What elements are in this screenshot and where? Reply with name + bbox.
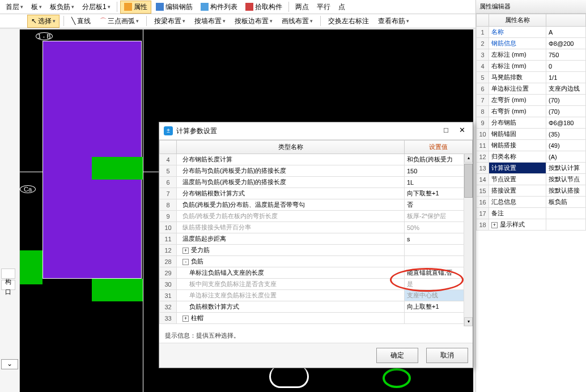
param-row[interactable]: 32 负筋根数计算方式向上取整+1 xyxy=(160,301,473,313)
parallel-button[interactable]: 平行 xyxy=(313,1,334,13)
prop-row[interactable]: 17备注 xyxy=(477,208,586,219)
param-row[interactable]: 6 温度筋与负筋(跨板受力筋)的搭接长度1L xyxy=(160,177,473,188)
prop-row[interactable]: 5马凳筋排数1/1 xyxy=(477,72,586,83)
view-button[interactable]: 查看布筋 xyxy=(375,15,413,27)
prop-value[interactable]: (70) xyxy=(546,95,586,106)
prop-row[interactable]: 12归类名称(A) xyxy=(477,151,586,163)
by-edge-button[interactable]: 按板边布置 xyxy=(231,15,276,27)
param-value[interactable]: 50% xyxy=(405,222,473,233)
floor-dropdown[interactable]: 首层 xyxy=(2,1,27,13)
prop-value[interactable]: 1/1 xyxy=(546,72,586,83)
param-value[interactable]: 和负筋(跨板受力 xyxy=(405,154,473,165)
prop-value[interactable]: (70) xyxy=(546,106,586,117)
param-row[interactable]: 8 负筋(跨板受力筋)分布筋、温度筋是否带弯勾否 xyxy=(160,199,473,211)
cancel-button[interactable]: 取消 xyxy=(426,348,468,363)
prop-value[interactable] xyxy=(546,208,586,219)
edit-rebar-button[interactable]: 编辑钢筋 xyxy=(152,1,196,13)
param-value[interactable]: s xyxy=(405,233,473,245)
prop-value[interactable]: A xyxy=(546,27,586,38)
close-button[interactable]: ✕ xyxy=(456,126,468,136)
sidebar-tab-2[interactable]: 口 xyxy=(1,280,15,290)
prop-row[interactable]: 9分布钢筋Φ6@180 xyxy=(477,117,586,129)
prop-row[interactable]: 10钢筋锚固(35) xyxy=(477,129,586,140)
param-row[interactable]: 5 分布筋与负筋(跨板受力筋)的搭接长度150 xyxy=(160,165,473,177)
select-button[interactable]: ↖选择 xyxy=(27,15,60,28)
prop-value[interactable]: (35) xyxy=(546,129,586,140)
dialog-scrollbar[interactable]: ▴ ▾ xyxy=(464,154,473,326)
prop-row[interactable]: 1名称A xyxy=(477,27,586,38)
prop-row[interactable]: 4右标注 (mm)0 xyxy=(477,61,586,72)
prop-value[interactable]: 750 xyxy=(546,49,586,61)
prop-row[interactable]: 11钢筋搭接(49) xyxy=(477,140,586,151)
prop-value[interactable] xyxy=(546,219,586,231)
prop-row[interactable]: 15搭接设置按默认搭接 xyxy=(477,185,586,197)
arc-button[interactable]: ⌒三点画弧 xyxy=(96,15,142,27)
board-dropdown[interactable]: 板 xyxy=(28,1,45,13)
neg-dropdown[interactable]: 板负筋 xyxy=(46,1,78,13)
pick-button[interactable]: 拾取构件 xyxy=(242,1,286,13)
param-value[interactable] xyxy=(405,313,473,324)
attr-button[interactable]: 属性 xyxy=(120,1,151,14)
scroll-down-button[interactable]: ▾ xyxy=(464,317,473,326)
param-value[interactable]: 1L xyxy=(405,177,473,188)
prop-row[interactable]: 16汇总信息板负筋 xyxy=(477,197,586,208)
prop-value[interactable]: (A) xyxy=(546,151,586,163)
param-row[interactable]: 9 负筋/跨板受力筋在板内的弯折长度板厚-2*保护层 xyxy=(160,211,473,222)
param-value[interactable]: 板厚-2*保护层 xyxy=(405,211,473,222)
param-row[interactable]: 11 温度筋起步距离s xyxy=(160,233,473,245)
point-button[interactable]: 点 xyxy=(335,1,349,13)
dialog-titlebar[interactable]: ± 计算参数设置 □ ✕ xyxy=(159,122,473,140)
param-row[interactable]: 28 -负筋 xyxy=(160,256,473,267)
param-value[interactable]: 150 xyxy=(405,165,473,177)
prop-row[interactable]: 7左弯折 (mm)(70) xyxy=(477,95,586,106)
by-beam-button[interactable]: 按梁布置 xyxy=(151,15,189,27)
column-3[interactable] xyxy=(92,279,143,301)
prop-value[interactable]: 板负筋 xyxy=(546,197,586,208)
component-list-button[interactable]: 构件列表 xyxy=(197,1,241,13)
prop-row[interactable]: 6单边标注位置支座内边线 xyxy=(477,83,586,95)
swap-button[interactable]: 交换左右标注 xyxy=(325,15,372,27)
sidebar-tab-1[interactable]: 构 xyxy=(1,269,15,279)
prop-value[interactable]: Φ6@180 xyxy=(546,117,586,129)
prop-row[interactable]: 3左标注 (mm)750 xyxy=(477,49,586,61)
prop-value[interactable]: (49) xyxy=(546,140,586,151)
param-row[interactable]: 30 板中间支座负筋标注是否含支座是 xyxy=(160,279,473,290)
by-wall-button[interactable]: 按墙布置 xyxy=(191,15,229,27)
param-row[interactable]: 31 单边标注支座负筋标注长度位置支座中心线 xyxy=(160,290,473,301)
scroll-up-button[interactable]: ▴ xyxy=(464,154,473,163)
param-row[interactable]: 4 分布钢筋长度计算和负筋(跨板受力 xyxy=(160,154,473,165)
layer-dropdown[interactable]: 分层板1 xyxy=(79,1,114,13)
prop-row[interactable]: 13计算设置按默认计算 xyxy=(477,163,586,174)
column-1[interactable] xyxy=(92,157,143,180)
param-row[interactable]: 7 分布钢筋根数计算方式向下取整+1 xyxy=(160,188,473,199)
param-value[interactable]: 向下取整+1 xyxy=(405,188,473,199)
prop-row[interactable]: 8右弯折 (mm)(70) xyxy=(477,106,586,117)
param-value[interactable] xyxy=(405,245,473,256)
param-row[interactable]: 10 纵筋搭接接头错开百分率50% xyxy=(160,222,473,233)
param-value[interactable]: 支座中心线 xyxy=(405,290,473,301)
scroll-thumb[interactable] xyxy=(464,164,473,198)
prop-value[interactable]: 支座内边线 xyxy=(546,83,586,95)
collapse-button[interactable]: ⌄ xyxy=(1,359,18,369)
param-value[interactable]: 是 xyxy=(405,279,473,290)
ok-button[interactable]: 确定 xyxy=(376,348,418,363)
two-point-button[interactable]: 两点 xyxy=(292,1,312,13)
param-value[interactable]: 否 xyxy=(405,199,473,211)
param-value[interactable]: 能直锚就直锚,否 xyxy=(405,267,473,279)
param-value[interactable]: 向上取整+1 xyxy=(405,301,473,313)
param-row[interactable]: 33 +柱帽 xyxy=(160,313,473,324)
column-2[interactable] xyxy=(20,250,43,284)
draw-line-button[interactable]: 画线布置 xyxy=(278,15,316,27)
prop-value[interactable]: 0 xyxy=(546,61,586,72)
prop-row[interactable]: 18+显示样式 xyxy=(477,219,586,231)
maximize-button[interactable]: □ xyxy=(440,126,452,136)
prop-value[interactable]: 按默认计算 xyxy=(546,163,586,174)
param-row[interactable]: 12 +受力筋 xyxy=(160,245,473,256)
param-row[interactable]: 29 单标注负筋锚入支座的长度能直锚就直锚,否 xyxy=(160,267,473,279)
prop-row[interactable]: 2钢筋信息Φ8@200 xyxy=(477,38,586,49)
line-button[interactable]: ╲直线 xyxy=(68,15,94,27)
prop-value[interactable]: Φ8@200 xyxy=(546,38,586,49)
prop-value[interactable]: 按默认搭接 xyxy=(546,185,586,197)
param-value[interactable] xyxy=(405,256,473,267)
prop-row[interactable]: 14节点设置按默认节点 xyxy=(477,174,586,185)
